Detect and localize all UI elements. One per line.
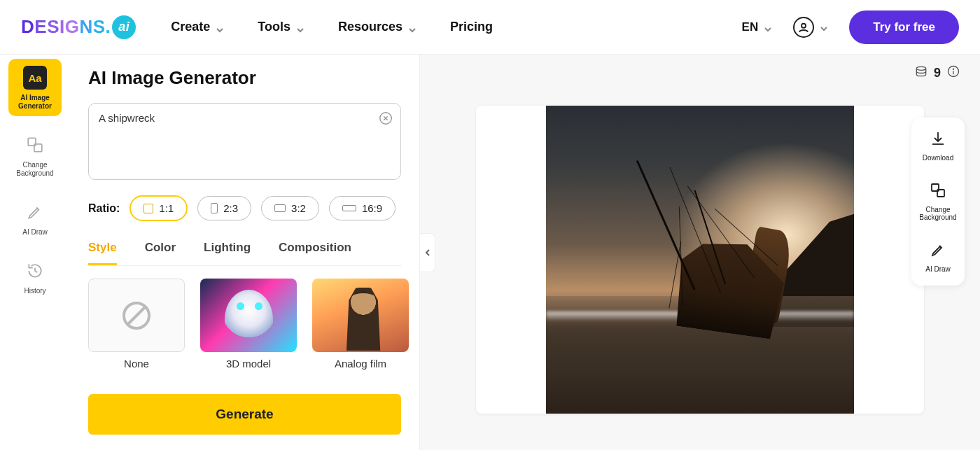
logo[interactable]: DESIGNS. ai: [21, 15, 136, 39]
output-card: [476, 106, 924, 414]
sidebar-item-ai-image-generator[interactable]: Aa AI Image Generator: [8, 59, 62, 116]
rail-label: AI Draw: [925, 265, 951, 274]
pencil-icon: [23, 200, 47, 224]
ratio-label: Ratio:: [88, 202, 120, 215]
text-aa-icon: Aa: [23, 66, 47, 90]
rail-ai-draw[interactable]: AI Draw: [925, 241, 951, 274]
svg-line-7: [128, 307, 145, 324]
sidebar-item-label: AI Image Generator: [11, 94, 59, 111]
tab-lighting[interactable]: Lighting: [204, 241, 251, 265]
canvas-area: 9: [420, 55, 980, 450]
sidebar-item-label: Change Background: [11, 161, 59, 178]
nav-links: Create Tools Resources Pricing: [171, 20, 493, 34]
logo-badge: ai: [112, 15, 136, 39]
prompt-input[interactable]: [99, 112, 372, 171]
download-icon: [930, 130, 946, 150]
tab-color[interactable]: Color: [145, 241, 176, 265]
generate-button[interactable]: Generate: [88, 394, 401, 435]
ratio-shape-icon: [144, 204, 153, 213]
sidebar-item-label: History: [24, 287, 46, 295]
ratio-16-9[interactable]: 16:9: [329, 196, 396, 220]
nav-tools-label: Tools: [258, 20, 290, 34]
nav-pricing[interactable]: Pricing: [450, 20, 493, 34]
prompt-box: [88, 103, 401, 180]
nav-create-label: Create: [171, 20, 210, 34]
cta-try-free-button[interactable]: Try for free: [849, 10, 959, 44]
ratio-value: 2:3: [223, 202, 238, 214]
prohibit-icon: [120, 299, 153, 332]
ratio-shape-icon: [211, 203, 218, 213]
tab-style[interactable]: Style: [88, 241, 117, 265]
ratio-shape-icon: [342, 205, 356, 211]
ratio-3-2[interactable]: 3:2: [261, 196, 319, 220]
collapse-panel-button[interactable]: [420, 233, 435, 272]
svg-point-0: [802, 23, 806, 27]
credits-count: 9: [934, 66, 941, 80]
language-label: EN: [742, 20, 759, 34]
nav-pricing-label: Pricing: [450, 20, 493, 34]
ratio-shape-icon: [274, 204, 286, 212]
ratio-2-3[interactable]: 2:3: [197, 196, 251, 220]
sidebar-item-history[interactable]: History: [8, 252, 62, 301]
action-rail: Download Change Background AI Draw: [911, 118, 965, 286]
swap-icon: [23, 133, 47, 157]
style-3d-thumb: [200, 279, 297, 352]
generated-image[interactable]: [546, 106, 854, 414]
none-thumb: [88, 279, 185, 352]
chevron-down-icon: [296, 23, 304, 31]
style-label: None: [124, 358, 149, 370]
style-3d-model[interactable]: 3D model: [200, 279, 297, 370]
svg-point-11: [953, 69, 954, 69]
pencil-icon: [930, 241, 946, 261]
account-menu[interactable]: [793, 17, 828, 38]
user-icon: [793, 17, 814, 38]
nav-resources[interactable]: Resources: [338, 20, 416, 34]
style-label: 3D model: [226, 358, 271, 370]
page-title: AI Image Generator: [88, 67, 401, 89]
ratio-value: 1:1: [159, 202, 174, 214]
style-analog-film[interactable]: Analog film: [312, 279, 409, 370]
top-nav: DESIGNS. ai Create Tools Resources Prici…: [0, 0, 980, 55]
language-selector[interactable]: EN: [742, 20, 773, 34]
clear-prompt-button[interactable]: [378, 111, 393, 126]
rail-label: Change Background: [916, 206, 960, 222]
option-tabs: Style Color Lighting Composition: [88, 241, 401, 266]
chevron-down-icon: [764, 23, 772, 31]
style-label: Analog film: [335, 358, 386, 370]
swap-icon: [930, 182, 946, 202]
chevron-down-icon: [216, 23, 224, 31]
credits-indicator[interactable]: 9: [914, 64, 960, 82]
main: Aa AI Image Generator Change Background …: [0, 55, 980, 450]
nav-tools[interactable]: Tools: [258, 20, 304, 34]
style-none[interactable]: None: [88, 279, 185, 370]
generate-bar: Generate: [88, 394, 401, 435]
ratio-value: 16:9: [362, 202, 382, 214]
sidebar-item-change-background[interactable]: Change Background: [8, 126, 62, 183]
svg-point-8: [916, 66, 925, 70]
rail-change-background[interactable]: Change Background: [916, 182, 960, 222]
chevron-down-icon: [820, 23, 828, 31]
control-panel: AI Image Generator Ratio: 1:1 2:3 3:2: [70, 55, 420, 450]
chevron-down-icon: [408, 23, 416, 31]
tab-composition[interactable]: Composition: [279, 241, 351, 265]
sidebar-item-label: AI Draw: [22, 228, 48, 237]
rail-download[interactable]: Download: [923, 130, 953, 162]
history-icon: [23, 259, 47, 283]
rail-label: Download: [923, 154, 953, 162]
ratio-value: 3:2: [291, 202, 306, 214]
nav-resources-label: Resources: [338, 20, 402, 34]
info-icon: [946, 64, 960, 82]
coins-icon: [914, 64, 928, 82]
style-options: None 3D model Analog film: [88, 279, 401, 370]
left-sidebar: Aa AI Image Generator Change Background …: [0, 55, 70, 450]
ratio-1-1[interactable]: 1:1: [130, 195, 188, 221]
ratio-row: Ratio: 1:1 2:3 3:2 16:9: [88, 195, 401, 221]
style-analog-thumb: [312, 279, 409, 352]
sidebar-item-ai-draw[interactable]: AI Draw: [8, 193, 62, 242]
nav-create[interactable]: Create: [171, 20, 224, 34]
